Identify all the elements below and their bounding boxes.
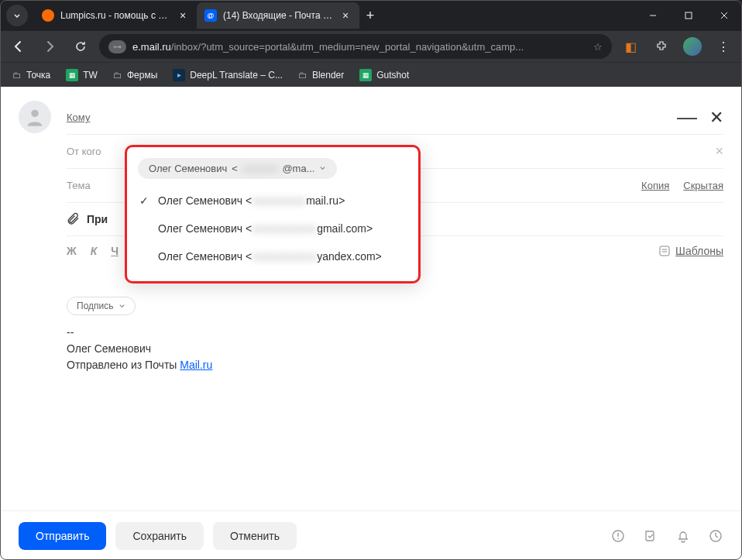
sheet-icon: ▦ (359, 69, 372, 81)
extensions-button[interactable] (649, 34, 674, 59)
maximize-button[interactable] (671, 0, 706, 31)
tab-close-icon[interactable]: × (177, 9, 189, 22)
sender-avatar (19, 101, 51, 133)
redacted-text: xxxxxxxxxxxx (252, 222, 317, 235)
compose-action-bar: Отправить Сохранить Отменить (0, 510, 742, 560)
from-selected-chip[interactable]: Олег Семенович <xxxxxxx@ma... (138, 158, 337, 179)
tab-close-icon[interactable]: × (339, 9, 352, 22)
forward-button[interactable] (37, 34, 62, 59)
bookmark-label: Фермы (127, 70, 157, 81)
close-window-button[interactable] (706, 0, 742, 31)
window-controls (635, 0, 742, 31)
close-compose-button[interactable]: ✕ (709, 108, 723, 128)
chevron-down-icon (119, 303, 125, 310)
templates-button[interactable]: Шаблоны (658, 245, 723, 257)
bookmark-label: Blender (312, 70, 344, 81)
tab-label: Lumpics.ru - помощь с компь (60, 10, 170, 21)
extension-fox-icon[interactable]: ◧ (618, 34, 643, 59)
attach-file-label: При (87, 213, 108, 225)
svg-point-10 (617, 538, 619, 539)
cancel-button[interactable]: Отменить (213, 522, 297, 550)
profile-avatar[interactable] (680, 34, 705, 59)
signature-body: -- Олег Семенович Отправлено из Почты Ma… (67, 325, 723, 373)
check-icon: ✓ (138, 194, 150, 207)
svg-rect-1 (685, 12, 692, 19)
from-option-yandex[interactable]: Олег Семенович <xxxxxxxxxxxxyandex.com> (127, 242, 418, 270)
tab-search-button[interactable] (6, 5, 28, 26)
signature-chip[interactable]: Подпись (67, 297, 136, 315)
bookmarks-bar: 🗀Точка ▦TW 🗀Фермы ▸DeepL Translate – С..… (0, 62, 742, 87)
from-selected-domain: @ma... (282, 163, 314, 174)
folder-icon: 🗀 (113, 70, 122, 81)
paperclip-icon (67, 212, 81, 226)
from-option-mailru[interactable]: ✓ Олег Семенович <xxxxxxxxxxmail.ru> (127, 187, 418, 215)
templates-label: Шаблоны (675, 245, 723, 257)
bookmark-tw[interactable]: ▦TW (60, 66, 104, 84)
from-option-name: Олег Семенович (158, 194, 242, 207)
chevron-down-icon (319, 165, 326, 172)
bookmark-deepl[interactable]: ▸DeepL Translate – С... (167, 66, 289, 84)
minimize-button[interactable] (635, 0, 671, 31)
folder-icon: 🗀 (12, 70, 22, 81)
bold-button[interactable]: Ж (67, 245, 77, 257)
important-icon[interactable] (610, 528, 626, 544)
bcc-link[interactable]: Скрытая (683, 180, 723, 191)
favicon-lumpics (42, 9, 54, 22)
to-label: Кому (67, 112, 113, 123)
bookmark-label: DeepL Translate – С... (190, 70, 283, 81)
favicon-mailru: @ (204, 9, 217, 22)
signature-link[interactable]: Mail.ru (180, 359, 212, 371)
tab-mailru[interactable]: @ (14) Входящие - Почта Mail.ru × (197, 2, 359, 29)
underline-button[interactable]: Ч (111, 245, 119, 257)
signature-text: Отправлено из Почты (67, 359, 180, 371)
bookmark-label: Gutshot (376, 70, 409, 81)
from-option-domain: mail.ru> (306, 194, 345, 207)
svg-point-4 (31, 110, 38, 117)
from-option-gmail[interactable]: Олег Семенович <xxxxxxxxxxxxgmail.com> (127, 215, 418, 242)
from-option-domain: yandex.com> (317, 250, 382, 263)
bookmark-tochka[interactable]: 🗀Точка (6, 67, 57, 84)
schedule-icon[interactable] (708, 528, 723, 544)
to-field-row[interactable]: Кому — ✕ (67, 101, 723, 135)
from-option-name: Олег Семенович (158, 222, 242, 235)
tab-strip: Lumpics.ru - помощь с компь × @ (14) Вхо… (0, 2, 635, 29)
from-dropdown-popup: Олег Семенович <xxxxxxx@ma... ✓ Олег Сем… (125, 145, 421, 283)
site-info-button[interactable]: ⊶ (108, 40, 126, 53)
sheet-icon: ▦ (66, 69, 78, 81)
from-selected-name: Олег Семенович (149, 163, 227, 174)
from-option-domain: gmail.com> (317, 222, 373, 235)
back-button[interactable] (6, 34, 31, 59)
redacted-text: xxxxxxx (242, 163, 278, 174)
bookmark-star-icon[interactable]: ☆ (593, 41, 603, 53)
browser-menu-button[interactable]: ⋮ (711, 34, 736, 59)
url-text: e.mail.ru/inbox/?utm_source=portal&utm_m… (132, 41, 587, 53)
cc-link[interactable]: Копия (641, 180, 669, 191)
italic-button[interactable]: К (91, 245, 98, 257)
bookmark-label: Точка (26, 70, 50, 81)
minimize-compose-button[interactable]: — (677, 105, 697, 129)
bookmark-farms[interactable]: 🗀Фермы (107, 67, 163, 84)
deepl-icon: ▸ (173, 69, 185, 81)
browser-toolbar: ⊶ e.mail.ru/inbox/?utm_source=portal&utm… (0, 31, 742, 62)
save-button[interactable]: Сохранить (115, 522, 204, 550)
signature-name: Олег Семенович (67, 341, 723, 357)
from-label: От кого (67, 146, 113, 157)
bookmark-gutshot[interactable]: ▦Gutshot (353, 66, 415, 84)
titlebar: Lumpics.ru - помощь с компь × @ (14) Вхо… (0, 0, 742, 31)
receipt-icon[interactable] (643, 528, 658, 544)
send-button[interactable]: Отправить (19, 522, 106, 550)
attach-file-button[interactable]: При (67, 212, 108, 226)
signature-chip-label: Подпись (77, 301, 114, 311)
bookmark-label: TW (83, 70, 98, 81)
redacted-text: xxxxxxxxxx (252, 194, 306, 207)
clear-from-button[interactable]: × (715, 143, 723, 160)
notify-icon[interactable] (675, 528, 691, 544)
new-tab-button[interactable]: + (359, 5, 381, 26)
subject-label: Тема (67, 180, 113, 191)
reload-button[interactable] (68, 34, 93, 59)
address-bar[interactable]: ⊶ e.mail.ru/inbox/?utm_source=portal&utm… (99, 34, 612, 59)
tab-label: (14) Входящие - Почта Mail.ru (223, 10, 333, 21)
templates-icon (658, 245, 671, 257)
tab-lumpics[interactable]: Lumpics.ru - помощь с компь × (34, 2, 197, 29)
bookmark-blender[interactable]: 🗀Blender (292, 67, 350, 84)
